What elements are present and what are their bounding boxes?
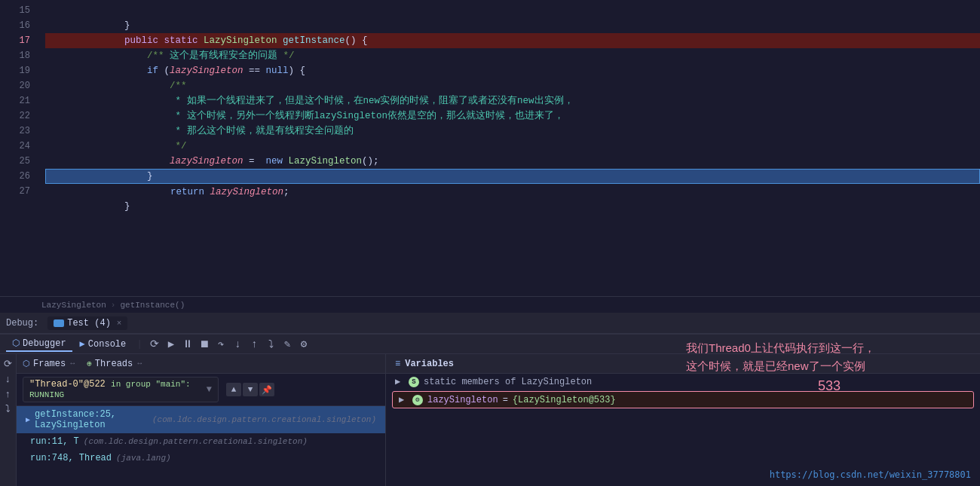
debug-tab-bar: Debug: Test (4) × xyxy=(0,313,980,334)
stack-frame-2[interactable]: run:748, Thread (java.lang) xyxy=(17,450,385,466)
breadcrumb-method[interactable]: getInstance() xyxy=(120,301,185,310)
threads-icon: ⊕ xyxy=(87,359,92,368)
tab-debugger[interactable]: ⬡ Debugger xyxy=(6,336,72,352)
variables-title: Variables xyxy=(405,359,454,369)
debugger-toolbar: ⬡ Debugger ▶ Console | ⟳ ▶ ⏸ ⏹ ↷ ↓ ↑ ⤵ ✎… xyxy=(0,335,980,354)
code-line-26: return lazySingleton; xyxy=(45,169,980,184)
frame-arrow-icon: ▶ xyxy=(26,415,30,424)
code-editor: 15 16 ✕ 17 18 19 20 21 22 23 24 → 25 26 … xyxy=(0,0,980,313)
thread-down-btn[interactable]: ▼ xyxy=(243,383,258,396)
line-23: 23 xyxy=(0,124,30,139)
variables-header: ≡ Variables xyxy=(386,354,980,374)
frame-name-2: run:748, Thread xyxy=(30,453,112,463)
bottom-panel: ⬡ Debugger ▶ Console | ⟳ ▶ ⏸ ⏹ ↷ ↓ ↑ ⤵ ✎… xyxy=(0,334,980,486)
thread-selector[interactable]: "Thread-0"@522 in group "main": RUNNING … xyxy=(23,377,219,402)
debug-tab[interactable]: Test (4) × xyxy=(47,316,127,330)
evaluate-btn[interactable]: ✎ xyxy=(280,337,295,352)
frames-icon: ⬡ xyxy=(23,359,30,368)
resume-btn[interactable]: ▶ xyxy=(164,337,179,352)
restart-btn[interactable]: ⟳ xyxy=(147,337,162,352)
variables-panel: ≡ Variables ▶ S static members of LazySi… xyxy=(386,354,980,486)
line-24: 24 xyxy=(0,139,30,154)
code-lines: } public static LazySingleton getInstanc… xyxy=(38,3,980,296)
frame-location-2: (java.lang) xyxy=(116,454,171,463)
frame-location-0: (com.ldc.design.pattern.creational.singl… xyxy=(152,415,376,424)
url-text: https://blog.csdn.net/weixin_37778801 xyxy=(770,469,971,480)
var-expand-lazy[interactable]: ▶ xyxy=(399,394,408,405)
line-19: 19 xyxy=(0,63,30,78)
var-expand-static[interactable]: ▶ xyxy=(395,376,404,387)
step-out-btn[interactable]: ↑ xyxy=(247,337,262,352)
line-25: → 25 xyxy=(0,154,30,169)
console-tab-label: Console xyxy=(88,339,126,350)
line-26: 26 xyxy=(0,169,30,184)
thread-up-btn[interactable]: ▲ xyxy=(226,383,241,396)
debug-tab-label: Test (4) xyxy=(67,318,111,329)
var-instance-icon: ⚙ xyxy=(412,395,423,405)
line-18: 18 xyxy=(0,48,30,63)
threads-arrow: ↔ xyxy=(137,359,142,368)
tab-console[interactable]: ▶ Console xyxy=(74,337,133,351)
frames-tab[interactable]: ⬡ Frames ↔ xyxy=(23,359,75,369)
line-20: 20 xyxy=(0,78,30,93)
step-over-btn[interactable]: ↷ xyxy=(213,337,228,352)
line-22: 22 xyxy=(0,109,30,124)
side-btn-4[interactable]: ⤵ xyxy=(2,402,15,416)
side-btn-2[interactable]: ↓ xyxy=(2,372,15,386)
threads-tab[interactable]: ⊕ Threads ↔ xyxy=(87,359,142,369)
frame-name-1: run:11, T xyxy=(30,436,79,447)
settings-btn[interactable]: ⚙ xyxy=(296,337,311,352)
var-row-static[interactable]: ▶ S static members of LazySingleton xyxy=(386,374,980,390)
frame-location-1: (com.ldc.design.pattern.creational.singl… xyxy=(84,437,308,446)
frames-header: ⬡ Frames ↔ ⊕ Threads ↔ xyxy=(17,354,385,374)
frames-label: Frames xyxy=(33,359,66,369)
frames-arrow: ↔ xyxy=(70,359,75,368)
breadcrumb: LazySingleton › getInstance() xyxy=(0,296,980,313)
line-15: 15 xyxy=(0,3,30,18)
line-numbers: 15 16 ✕ 17 18 19 20 21 22 23 24 → 25 26 … xyxy=(0,3,38,296)
side-btn-3[interactable]: ↑ xyxy=(2,387,15,401)
frames-panel: ⬡ Frames ↔ ⊕ Threads ↔ "Thread-0"@522 xyxy=(17,354,386,486)
debug-panel-content: ⟳ ↓ ↑ ⤵ ⬡ Frames ↔ ⊕ Threads ↔ xyxy=(0,354,980,486)
line-27: 27 xyxy=(0,184,30,199)
side-btn-1[interactable]: ⟳ xyxy=(2,357,15,371)
code-line-16: public static LazySingleton getInstance(… xyxy=(45,18,980,33)
bug-icon xyxy=(54,319,64,327)
threads-label: Threads xyxy=(95,359,133,369)
debugger-tab-icon: ⬡ xyxy=(12,338,20,349)
var-value-lazy: {LazySingleton@533} xyxy=(513,395,616,405)
stack-frame-1[interactable]: run:11, T (com.ldc.design.pattern.creati… xyxy=(17,433,385,450)
line-16: 16 xyxy=(0,18,30,33)
thread-pin-btn[interactable]: 📌 xyxy=(259,383,274,396)
step-into-btn[interactable]: ↓ xyxy=(230,337,245,352)
var-name-lazy: lazySingleton xyxy=(427,395,498,405)
frame-name-0: getInstance:25, LazySingleton xyxy=(35,409,148,430)
thread-nav-btns: ▲ ▼ 📌 xyxy=(226,383,274,396)
line-17[interactable]: ✕ 17 xyxy=(0,33,30,48)
stop-btn[interactable]: ⏹ xyxy=(197,337,212,352)
variables-icon: ≡ xyxy=(395,359,400,369)
tab-close-btn[interactable]: × xyxy=(117,319,122,328)
thread-selector-row: "Thread-0"@522 in group "main": RUNNING … xyxy=(17,374,385,406)
var-static-icon: S xyxy=(409,377,419,387)
breadcrumb-class[interactable]: LazySingleton xyxy=(41,301,106,310)
var-row-lazy-singleton[interactable]: ▶ ⚙ lazySingleton = {LazySingleton@533} xyxy=(392,391,974,408)
side-toolbar: ⟳ ↓ ↑ ⤵ xyxy=(0,354,17,486)
line-21: 21 xyxy=(0,93,30,109)
console-tab-icon: ▶ xyxy=(80,338,85,350)
code-line-15: } xyxy=(45,3,980,18)
debugger-tab-label: Debugger xyxy=(23,338,66,349)
thread-label: "Thread-0"@522 in group "main": RUNNING xyxy=(29,379,207,400)
dropdown-icon: ▼ xyxy=(207,384,212,395)
pause-btn[interactable]: ⏸ xyxy=(180,337,195,352)
var-static-label: static members of LazySingleton xyxy=(424,377,592,387)
stack-frame-0[interactable]: ▶ getInstance:25, LazySingleton (com.ldc… xyxy=(17,406,385,433)
debug-label: Debug: xyxy=(6,318,38,329)
run-to-cursor-btn[interactable]: ⤵ xyxy=(263,337,278,352)
